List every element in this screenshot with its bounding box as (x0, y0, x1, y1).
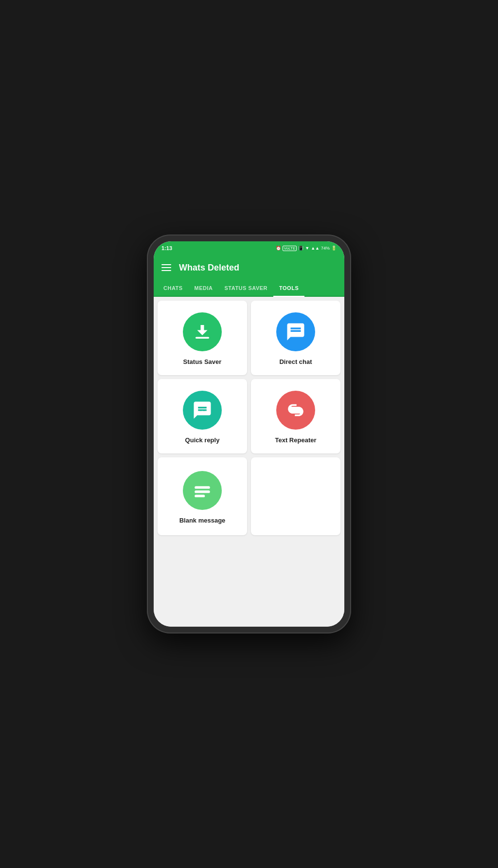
svg-point-2 (201, 411, 203, 413)
svg-rect-5 (195, 490, 210, 493)
status-icons: ⏰ VoLTE 📳 ▼ ▲▲ 74% 🔋 (276, 246, 337, 251)
tool-direct-chat[interactable]: Direct chat (251, 301, 340, 375)
status-saver-icon-circle (183, 312, 222, 351)
battery-level: 74% (321, 246, 330, 251)
tab-tools[interactable]: TOOLS (273, 280, 304, 296)
app-title: Whats Deleted (179, 263, 239, 273)
text-repeater-icon-circle (276, 391, 315, 430)
tabs-bar: CHATS MEDIA STATUS SAVER TOOLS (154, 280, 344, 297)
signal-icon: ▲▲ (311, 246, 320, 251)
svg-rect-6 (195, 494, 205, 497)
wifi-icon: ▼ (305, 246, 309, 251)
tab-status-saver[interactable]: STATUS SAVER (219, 280, 274, 296)
vibrate-icon: 📳 (298, 246, 303, 251)
svg-rect-0 (196, 337, 209, 339)
svg-rect-4 (195, 486, 210, 488)
tool-quick-reply[interactable]: Quick reply (158, 379, 247, 453)
status-time: 1:13 (161, 245, 172, 251)
tools-grid: Status Saver Direct chat (158, 301, 340, 535)
blank-message-label: Blank message (179, 517, 226, 524)
svg-point-3 (205, 411, 207, 413)
volte-badge: VoLTE (283, 246, 297, 251)
tab-media[interactable]: MEDIA (189, 280, 219, 296)
phone-screen: 1:13 ⏰ VoLTE 📳 ▼ ▲▲ 74% 🔋 Whats Deleted … (154, 241, 344, 627)
empty-cell (251, 457, 340, 535)
phone-frame: 1:13 ⏰ VoLTE 📳 ▼ ▲▲ 74% 🔋 Whats Deleted … (147, 235, 351, 633)
svg-point-1 (198, 411, 200, 413)
quick-reply-icon-circle (183, 391, 222, 430)
tools-content: Status Saver Direct chat (154, 297, 344, 627)
quick-reply-label: Quick reply (185, 436, 220, 444)
tool-text-repeater[interactable]: Text Repeater (251, 379, 340, 453)
tool-blank-message[interactable]: Blank message (158, 457, 247, 535)
tool-status-saver[interactable]: Status Saver (158, 301, 247, 375)
text-repeater-label: Text Repeater (275, 436, 316, 444)
direct-chat-icon-circle (276, 312, 315, 351)
direct-chat-label: Direct chat (279, 358, 312, 365)
app-bar: Whats Deleted (154, 255, 344, 280)
blank-message-icon-circle (183, 471, 222, 510)
tab-chats[interactable]: CHATS (158, 280, 189, 296)
battery-icon: 🔋 (331, 246, 337, 251)
alarm-icon: ⏰ (276, 246, 281, 251)
status-saver-label: Status Saver (183, 358, 222, 365)
menu-button[interactable] (161, 264, 171, 271)
status-bar: 1:13 ⏰ VoLTE 📳 ▼ ▲▲ 74% 🔋 (154, 241, 344, 255)
